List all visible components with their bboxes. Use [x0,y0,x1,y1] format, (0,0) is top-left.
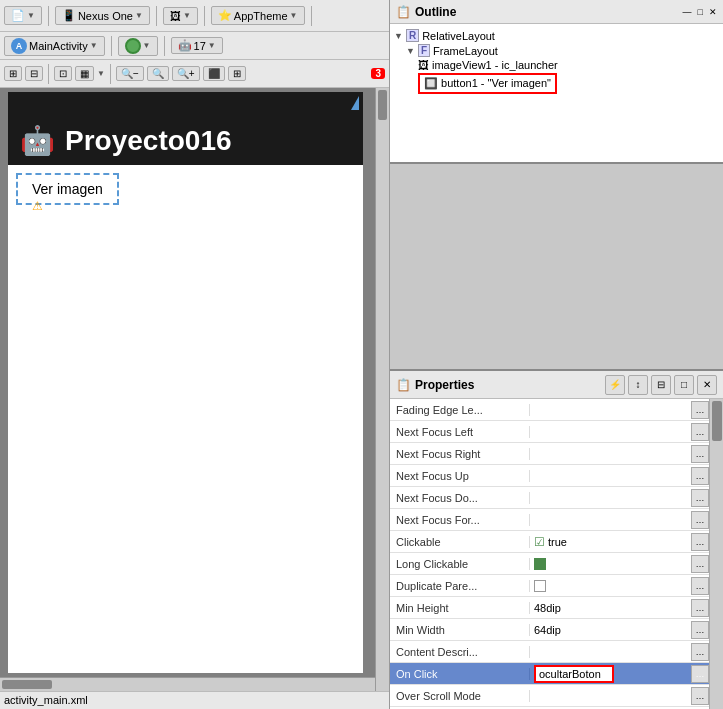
prop-scrollbar-thumb[interactable] [712,401,722,441]
prop-name-dup-parent: Duplicate Pare... [390,580,530,592]
properties-header: 📋 Properties ⚡ ↕ ⊟ □ ✕ [390,371,723,399]
prop-row-next-focus-for: Next Focus For... … [390,509,709,531]
globe-icon [125,38,141,54]
zoom-reset-btn[interactable]: 🔍 [147,66,169,81]
layout-btn[interactable]: 🖼 ▼ [163,7,198,25]
zoom-actual-btn[interactable]: ⊞ [228,66,246,81]
activity-toolbar: A MainActivity ▼ ▼ 🤖 17 ▼ [0,32,389,60]
tree-label-button1: button1 - "Ver imagen" [441,77,551,89]
prop-sort-btn2[interactable]: ↕ [628,375,648,395]
prop-row-over-scroll: Over Scroll Mode … [390,685,709,707]
grid-dropdown: ▼ [97,69,105,78]
on-click-input[interactable] [534,665,614,683]
scroll-thumb-horizontal[interactable] [2,680,52,689]
outline-close-btn[interactable]: ✕ [709,7,717,17]
prop-edit-btn-dup[interactable]: … [691,577,709,595]
new-file-btn[interactable]: 📄 ▼ [4,6,42,25]
prop-sort-btn1[interactable]: ⚡ [605,375,625,395]
panel-spacer [390,164,723,369]
version-label: 17 [194,40,206,52]
zoom-fit-btn[interactable]: ⬛ [203,66,225,81]
activity-label: MainActivity [29,40,88,52]
prop-edit-btn-nfu[interactable]: … [691,467,709,485]
version-btn[interactable]: 🤖 17 ▼ [171,37,223,54]
frame-layout-icon: F [418,44,430,57]
sep6 [164,36,165,56]
app-title: Proyecto016 [65,125,232,157]
prop-edit-btn-fading[interactable]: … [691,401,709,419]
zoom-toolbar: ⊞ ⊟ ⊡ ▦ ▼ 🔍− 🔍 🔍+ ⬛ ⊞ 3 [0,60,389,88]
prop-row-clickable: Clickable ☑ true … [390,531,709,553]
prop-row-next-focus-left: Next Focus Left … [390,421,709,443]
prop-row-min-height: Min Height 48dip … [390,597,709,619]
tree-item-relativelayout[interactable]: ▼ R RelativeLayout [394,28,719,43]
grid-btn4[interactable]: ▦ [75,66,94,81]
prop-name-next-focus-for: Next Focus For... [390,514,530,526]
prop-edit-btn-clickable[interactable]: … [691,533,709,551]
scroll-thumb-vertical[interactable] [378,90,387,120]
zoom-in-btn[interactable]: 🔍+ [172,66,200,81]
prop-edit-btn-long-clickable[interactable]: … [691,555,709,573]
phone-frame: 🤖 Proyecto016 Ver imagen ⚠ [8,92,363,673]
tree-label-framelayout: FrameLayout [433,45,498,57]
prop-row-next-focus-up: Next Focus Up … [390,465,709,487]
properties-icon: 📋 [396,378,411,392]
main-toolbar: 📄 ▼ 📱 Nexus One ▼ 🖼 ▼ ⭐ AppTheme ▼ [0,0,389,32]
prop-filter-btn[interactable]: ⊟ [651,375,671,395]
properties-scrollbar[interactable] [709,399,723,709]
button-wrapper: Ver imagen ⚠ [16,173,119,205]
apptheme-btn[interactable]: ⭐ AppTheme ▼ [211,6,305,25]
new-file-icon: 📄 [11,9,25,22]
canvas-scrollbar-right[interactable] [375,88,389,691]
prop-edit-btn-nfl[interactable]: … [691,423,709,441]
prop-name-over-scroll: Over Scroll Mode [390,690,530,702]
tree-item-button1[interactable]: 🔲 button1 - "Ver imagen" [418,72,719,95]
tree-arrow: ▼ [394,31,403,41]
grid-btn1[interactable]: ⊞ [4,66,22,81]
globe-btn[interactable]: ▼ [118,36,158,56]
canvas-area: 🤖 Proyecto016 Ver imagen ⚠ [0,88,389,691]
clickable-value-text: true [548,536,567,548]
prop-edit-btn-nff[interactable]: … [691,511,709,529]
warning-icon: ⚠ [32,199,43,213]
prop-edit-btn-over-scroll[interactable]: … [691,687,709,705]
phone-titlebar: 🤖 Proyecto016 [8,116,363,165]
prop-edit-btn-min-width[interactable]: … [691,621,709,639]
sep5 [111,36,112,56]
prop-edit-btn-content-desc[interactable]: … [691,643,709,661]
prop-name-min-width: Min Width [390,624,530,636]
prop-expand-btn[interactable]: □ [674,375,694,395]
prop-edit-btn-on-click[interactable]: … [691,665,709,683]
grid-btn3[interactable]: ⊡ [54,66,72,81]
prop-name-fading: Fading Edge Le... [390,404,530,416]
outline-icon: 📋 [396,5,411,19]
sep2 [156,6,157,26]
nexus-one-btn[interactable]: 📱 Nexus One ▼ [55,6,150,25]
prop-close-btn[interactable]: ✕ [697,375,717,395]
tree-item-imageview[interactable]: 🖼 imageView1 - ic_launcher [418,58,719,72]
prop-edit-btn-nfr[interactable]: … [691,445,709,463]
tree-label-relativelayout: RelativeLayout [422,30,495,42]
zoom-out-btn[interactable]: 🔍− [116,66,144,81]
tree-item-framelayout[interactable]: ▼ F FrameLayout [406,43,719,58]
grid-btn2[interactable]: ⊟ [25,66,43,81]
prop-value-on-click [530,665,691,683]
prop-edit-btn-min-height[interactable]: … [691,599,709,617]
prop-edit-btn-nfd[interactable]: … [691,489,709,507]
prop-row-content-desc: Content Descri... … [390,641,709,663]
properties-panel: 📋 Properties ⚡ ↕ ⊟ □ ✕ Fading Edge Le...… [390,369,723,709]
outline-minimize-btn[interactable]: — [683,7,692,17]
prop-name-long-clickable: Long Clickable [390,558,530,570]
outline-title: Outline [415,5,456,19]
prop-table-container: Fading Edge Le... … Next Focus Left … Ne… [390,399,723,709]
activity-btn[interactable]: A MainActivity ▼ [4,36,105,56]
filename-bar: activity_main.xml [0,691,389,709]
signal-indicator [351,96,359,110]
relative-layout-icon: R [406,29,419,42]
canvas-scrollbar-bottom[interactable] [0,677,375,691]
left-panel: 📄 ▼ 📱 Nexus One ▼ 🖼 ▼ ⭐ AppTheme ▼ A Mai… [0,0,390,709]
prop-row-next-focus-do: Next Focus Do... … [390,487,709,509]
prop-row-long-clickable: Long Clickable … [390,553,709,575]
prop-value-long-clickable [530,558,691,570]
outline-maximize-btn[interactable]: □ [698,7,703,17]
